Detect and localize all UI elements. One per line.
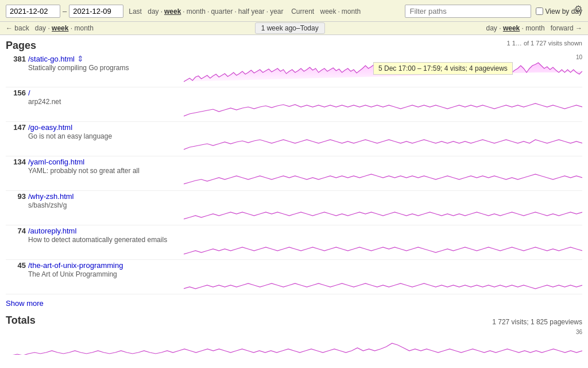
nav-fwd-day[interactable]: day [486, 24, 497, 32]
table-row: 134 /yaml-config.html YAML: probably not… [6, 158, 582, 191]
pages-list: 381 /static-go.html ⇕ Statically compili… [6, 54, 582, 294]
nav-fwd-week[interactable]: week [503, 24, 520, 32]
current-month[interactable]: month [342, 7, 361, 16]
visits-shown: 1 1… of 1 727 visits shown [507, 40, 582, 47]
totals-section: Totals 1 727 visits; 1 825 pageviews 36 [6, 315, 582, 355]
page-count-2: 156 [6, 89, 26, 97]
page-count-3: 147 [6, 123, 26, 132]
view-by-day-checkbox[interactable] [536, 7, 543, 15]
sep1 [144, 7, 146, 16]
chart-area-6 [184, 227, 582, 258]
current-week[interactable]: week [320, 7, 336, 16]
page-count-7: 45 [6, 261, 26, 270]
page-link-2[interactable]: / [28, 89, 30, 97]
page-count-6: 74 [6, 227, 26, 235]
chart-area-2 [184, 89, 582, 120]
totals-max-label: 36 [6, 329, 582, 335]
page-row-top-4: 134 /yaml-config.html [6, 158, 179, 166]
page-row-top-3: 147 /go-easy.html [6, 123, 179, 132]
nav-right: day · week · month forward → [486, 24, 583, 32]
nav-back-week[interactable]: week [52, 24, 68, 32]
page-left-1: 381 /static-go.html ⇕ Statically compili… [6, 54, 184, 72]
sparkline-1 [184, 60, 582, 86]
back-link[interactable]: ← back [6, 24, 29, 32]
chart-area-7 [184, 261, 582, 293]
filter-paths-input[interactable] [405, 5, 531, 18]
quick-month[interactable]: month [187, 7, 206, 16]
filter-paths-wrapper: View by day [405, 5, 582, 18]
date-separator: – [63, 7, 67, 16]
table-row: 45 /the-art-of-unix-programming The Art … [6, 261, 582, 294]
page-left-6: 74 /autoreply.html How to detect automat… [6, 227, 184, 244]
top-bar: – Last day · week · month · quarter · ha… [0, 0, 588, 22]
page-count-1: 381 [6, 55, 26, 63]
forward-link[interactable]: forward → [551, 24, 582, 32]
page-desc-4: YAML: probably not so great after all [28, 167, 179, 175]
nav-back-month[interactable]: month [74, 24, 93, 32]
main-content: Pages 1 1… of 1 727 visits shown 5 Dec 1… [0, 35, 588, 355]
page-desc-6: How to detect automatically generated em… [28, 236, 179, 244]
page-desc-2: arp242.net [28, 98, 179, 106]
table-row: 74 /autoreply.html How to detect automat… [6, 227, 582, 260]
page-left-5: 93 /why-zsh.html s/bash/zsh/g [6, 192, 184, 209]
quick-halfyear[interactable]: half year [238, 7, 265, 16]
quick-quarter[interactable]: quarter [211, 7, 233, 16]
table-row: 156 / arp242.net [6, 89, 582, 122]
page-row-top-2: 156 / [6, 89, 179, 97]
sparkline-7 [184, 267, 582, 293]
date-end-input[interactable] [69, 5, 123, 18]
sparkline-5 [184, 198, 582, 224]
chart-area-1: 10 [184, 54, 582, 86]
nav-bar: ← back day · week · month 1 week ago–Tod… [0, 22, 588, 35]
page-left-3: 147 /go-easy.html Go is not an easy lang… [6, 123, 184, 140]
totals-header: Totals 1 727 visits; 1 825 pageviews [6, 315, 582, 329]
page-desc-5: s/bash/zsh/g [28, 201, 179, 209]
page-left-7: 45 /the-art-of-unix-programming The Art … [6, 261, 184, 278]
quick-day[interactable]: day [148, 7, 158, 16]
page-link-4[interactable]: /yaml-config.html [28, 158, 84, 166]
nav-center: 1 week ago–Today [94, 24, 486, 32]
sparkline-6 [184, 232, 582, 258]
chart-area-3 [184, 123, 582, 155]
page-desc-3: Go is not an easy language [28, 132, 179, 140]
sparkline-2 [184, 94, 582, 120]
period-badge: 1 week ago–Today [255, 22, 325, 34]
page-desc-7: The Art of Unix Programming [28, 270, 179, 278]
sparkline-4 [184, 163, 582, 189]
date-start-input[interactable] [6, 5, 60, 18]
quick-year[interactable]: year [270, 7, 283, 16]
date-range: – [6, 5, 123, 18]
sort-icon-1[interactable]: ⇕ [77, 54, 84, 63]
last-label: Last [129, 7, 142, 16]
page-link-6[interactable]: /autoreply.html [28, 227, 76, 235]
page-row-top-1: 381 /static-go.html ⇕ [6, 54, 179, 63]
quick-links: Last day · week · month · quarter · half… [128, 7, 361, 16]
nav-fwd-month[interactable]: month [525, 24, 544, 32]
totals-title: Totals [6, 315, 36, 327]
show-more-link[interactable]: Show more [6, 299, 44, 308]
chart-area-5 [184, 192, 582, 224]
chart-max-1: 10 [576, 54, 582, 60]
pages-header: Pages 1 1… of 1 727 visits shown [6, 40, 582, 54]
page-link-3[interactable]: /go-easy.html [28, 123, 72, 132]
quick-week[interactable]: week [164, 7, 181, 16]
table-row: 93 /why-zsh.html s/bash/zsh/g [6, 192, 582, 225]
page-count-4: 134 [6, 158, 26, 166]
current-label: Current [291, 7, 314, 16]
page-link-5[interactable]: /why-zsh.html [28, 192, 74, 201]
sparkline-3 [184, 129, 582, 155]
table-row: 381 /static-go.html ⇕ Statically compili… [6, 54, 582, 87]
gear-icon[interactable]: ⚙ [574, 3, 582, 14]
page-link-7[interactable]: /the-art-of-unix-programming [28, 261, 123, 270]
pages-title: Pages [6, 40, 36, 52]
page-row-top-6: 74 /autoreply.html [6, 227, 179, 235]
page-left-2: 156 / arp242.net [6, 89, 184, 106]
page-link-1[interactable]: /static-go.html [28, 55, 75, 63]
totals-sparkline [6, 336, 582, 355]
page-left-4: 134 /yaml-config.html YAML: probably not… [6, 158, 184, 175]
nav-back-day[interactable]: day [35, 24, 46, 32]
nav-back: ← back day · week · month [6, 24, 94, 32]
page-row-top-7: 45 /the-art-of-unix-programming [6, 261, 179, 270]
page-row-top-5: 93 /why-zsh.html [6, 192, 179, 201]
page-count-5: 93 [6, 192, 26, 201]
